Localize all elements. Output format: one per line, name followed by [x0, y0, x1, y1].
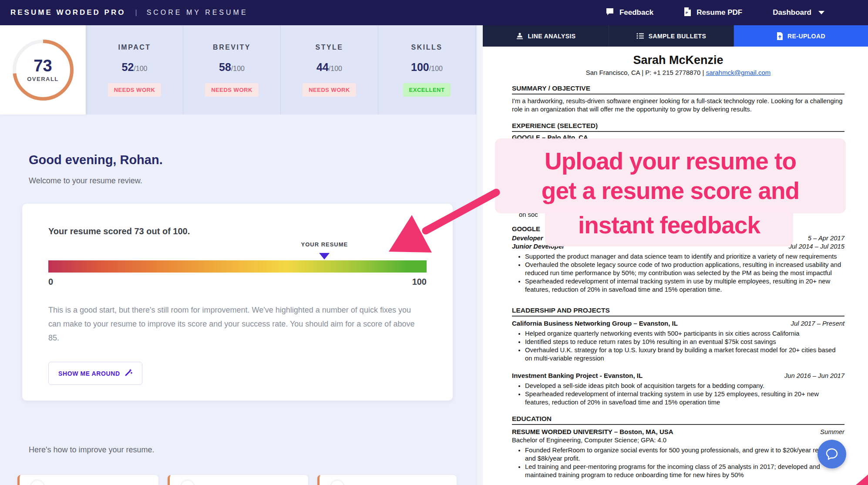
resume-bullet: Supported the product manager and data s… — [525, 253, 844, 261]
email-link[interactable]: sarahmck@gmail.com — [706, 69, 771, 76]
brand-title: RESUME WORDED PRO — [10, 8, 125, 17]
metric-score: 44/100 — [316, 61, 342, 74]
annotation-line-3: instant feedback — [578, 210, 760, 240]
status-badge: NEEDS WORK — [205, 83, 259, 97]
resume-pdf-button[interactable]: P Resume PDF — [684, 7, 742, 18]
ghost-circle-icon — [180, 479, 195, 485]
status-badge: NEEDS WORK — [108, 83, 161, 97]
project-bullets: Developed a sell-side ideas pitch book o… — [512, 382, 844, 407]
score-marker: YOUR RESUME — [301, 241, 348, 259]
tab-sample-bullets[interactable]: SAMPLE BULLETS — [609, 25, 734, 47]
ghost-circle-icon — [330, 479, 345, 485]
greeting-heading: Good evening, Rohan. — [29, 153, 163, 167]
page: RESUME WORDED PRO | SCORE MY RESUME Feed… — [0, 0, 868, 485]
annotation-line-2: get a resume score and — [542, 176, 799, 205]
org-title: California Business Networking Group – E… — [512, 319, 678, 327]
resume-bullet: Developed a sell-side ideas pitch book o… — [525, 382, 844, 390]
overall-score-card: 73 OVERALL — [0, 25, 86, 115]
brand-divider: | — [135, 9, 137, 17]
resume-bullet: Overhauled U.K. strategy for a top U.S. … — [525, 346, 844, 363]
role-dates: Jul 2014 – Jul 2015 — [789, 242, 844, 251]
brand-wrap: RESUME WORDED PRO | SCORE MY RESUME — [10, 8, 248, 17]
metric-score: 52/100 — [122, 61, 148, 74]
score-marker-label: YOUR RESUME — [301, 241, 348, 248]
google-bullets: Supported the product manager and data s… — [512, 253, 844, 294]
tab-re-upload[interactable]: RE-UPLOAD — [734, 25, 868, 47]
contact-text: San Francisco, CA | P: +1 215 2778870 | — [586, 69, 706, 76]
score-scale: 0 100 — [48, 277, 427, 287]
top-nav: RESUME WORDED PRO | SCORE MY RESUME Feed… — [0, 0, 868, 25]
scale-max: 100 — [412, 277, 427, 287]
org-row: California Business Networking Group – E… — [512, 319, 844, 328]
overall-score-label: OVERALL — [27, 76, 59, 82]
metric-card-style[interactable]: STYLE44/100NEEDS WORK — [281, 25, 378, 115]
tab-line-analysis[interactable]: LINE ANALYSIS — [483, 25, 609, 47]
metric-card-skills[interactable]: SKILLS100/100EXCELLENT — [378, 25, 476, 115]
metric-title: SKILLS — [411, 44, 443, 51]
tab-label: RE-UPLOAD — [787, 33, 825, 40]
section-education: EDUCATION — [512, 414, 844, 425]
help-beacon-button[interactable] — [818, 440, 846, 468]
scale-min: 0 — [48, 277, 53, 287]
chevron-down-icon — [818, 11, 824, 14]
page-title: SCORE MY RESUME — [147, 9, 248, 17]
dashboard-menu[interactable]: Dashboard — [773, 8, 824, 17]
feedback-button[interactable]: Feedback — [606, 7, 653, 18]
improvement-card-stub — [168, 475, 308, 485]
resume-bullet: Spearheaded redevelopment of internal tr… — [525, 277, 844, 294]
org-dates: Jun 2016 – Jun 2017 — [784, 372, 844, 380]
org-row: Investment Banking Project - Evanston, I… — [512, 371, 844, 380]
dashboard-main: Good evening, Rohan. Welcome to your res… — [0, 115, 483, 485]
metric-cells: IMPACT52/100NEEDS WORKBREVITY58/100NEEDS… — [86, 25, 476, 115]
svg-text:P: P — [686, 11, 688, 15]
status-badge: NEEDS WORK — [303, 83, 356, 97]
welcome-subtitle: Welcome to your resume review. — [29, 176, 142, 185]
annotation-line-1: Upload your resume to — [545, 146, 796, 176]
section-experience: EXPERIENCE (SELECTED) — [512, 121, 844, 132]
line-analysis-icon — [516, 32, 524, 40]
education-bullets: Founded ReferRoom to organize social eve… — [512, 446, 844, 479]
improvement-card-stub — [317, 475, 457, 485]
degree-line: Bachelor of Engineering, Computer Scienc… — [512, 436, 844, 445]
overall-ring: 73 OVERALL — [10, 37, 76, 103]
org-dates: Jul 2017 – Present — [791, 320, 844, 328]
metric-card-brevity[interactable]: BREVITY58/100NEEDS WORK — [183, 25, 281, 115]
show-me-around-label: SHOW ME AROUND — [58, 370, 120, 377]
resume-contact: San Francisco, CA | P: +1 215 2778870 | … — [512, 68, 844, 77]
org-title: Investment Banking Project - Evanston, I… — [512, 371, 643, 380]
score-card-body: This is a good start, but there's still … — [48, 303, 418, 345]
resume-bullet: Overhauled the obsolete legacy source co… — [525, 261, 844, 277]
improvement-card-stub — [17, 475, 158, 485]
metric-title: STYLE — [315, 44, 343, 51]
section-leadership: LEADERSHIP AND PROJECTS — [512, 306, 844, 317]
feedback-label: Feedback — [619, 8, 653, 17]
school-dates: Summer — [820, 428, 844, 436]
school-row: RESUME WORDED UNIVERSITY – Boston, MA, U… — [512, 428, 844, 436]
resume-score-card: Your resume scored 73 out of 100. YOUR R… — [22, 204, 453, 401]
metric-card-impact[interactable]: IMPACT52/100NEEDS WORK — [86, 25, 183, 115]
resume-name: Sarah McKenzie — [512, 53, 844, 67]
resume-bullet: Identified steps to reduce return rates … — [525, 338, 844, 346]
upload-file-icon — [777, 32, 783, 40]
annotation-box: instant feedback — [545, 204, 793, 246]
metric-score: 100/100 — [411, 61, 443, 74]
chat-bubble-icon — [606, 7, 614, 18]
tab-label: SAMPLE BULLETS — [649, 33, 706, 40]
resume-panel: LINE ANALYSIS SAMPLE BULLETS RE-UPLOAD S… — [483, 25, 868, 485]
school-title: RESUME WORDED UNIVERSITY – Boston, MA, U… — [512, 428, 673, 436]
resume-pdf-label: Resume PDF — [696, 8, 742, 17]
role-title: Developer — [512, 234, 543, 242]
overall-score-value: 73 — [34, 57, 52, 74]
score-gradient-bar — [48, 260, 427, 273]
annotation-box: Upload your resume to get a resume score… — [495, 138, 846, 213]
resume-document: Sarah McKenzie San Francisco, CA | P: +1… — [483, 47, 868, 485]
resume-bullet: Helped organize quarterly networking eve… — [525, 330, 844, 338]
resume-bullet: Founded ReferRoom to organize social eve… — [525, 446, 844, 463]
help-chat-icon — [825, 448, 838, 460]
section-summary: SUMMARY / OBJECTIVE — [512, 84, 844, 94]
show-me-around-button[interactable]: SHOW ME AROUND — [48, 362, 142, 385]
left-panel-scrollbar[interactable] — [477, 25, 483, 485]
resume-tabbar: LINE ANALYSIS SAMPLE BULLETS RE-UPLOAD — [483, 25, 868, 47]
improve-heading: Here's how to improve your resume. — [29, 445, 155, 455]
dashboard-label: Dashboard — [773, 8, 811, 17]
